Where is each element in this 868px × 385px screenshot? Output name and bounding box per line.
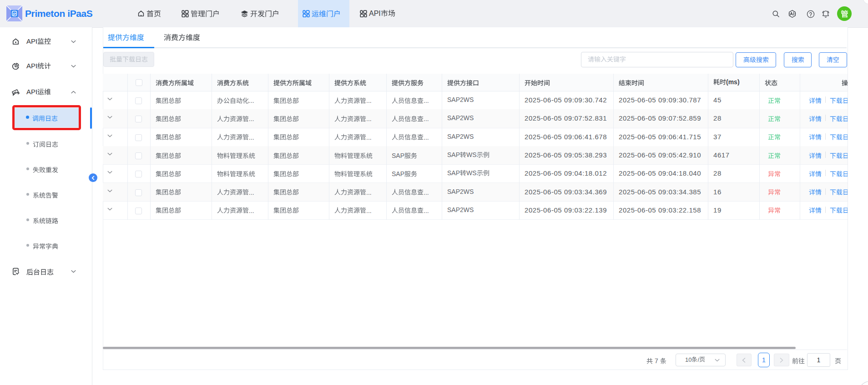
svg-text:P: P <box>13 12 16 16</box>
